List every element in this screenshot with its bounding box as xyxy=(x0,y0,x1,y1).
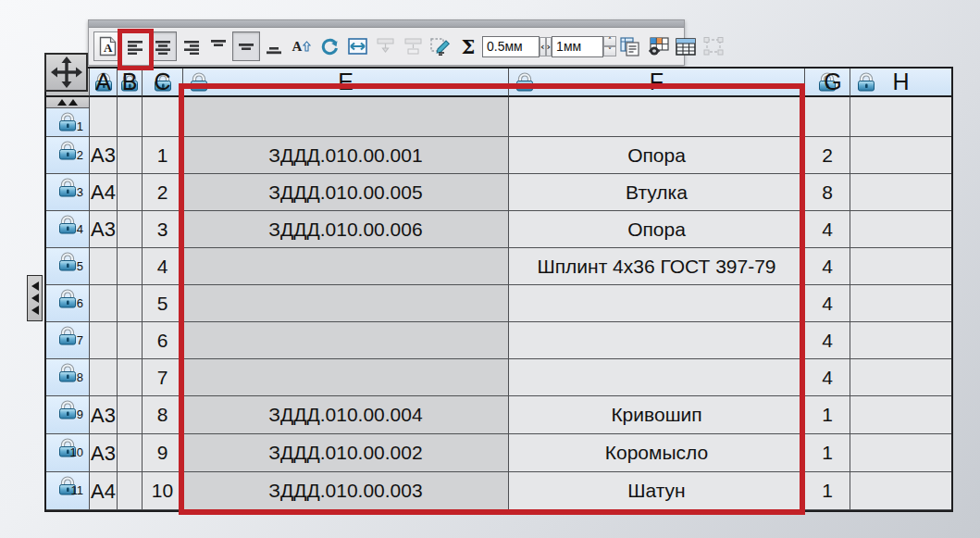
collapse-rows-tab[interactable] xyxy=(46,97,89,108)
row-handle[interactable]: 10 xyxy=(46,434,90,472)
lock-icon[interactable]: 4 xyxy=(57,215,78,234)
table-cell-c-row6[interactable]: 5 xyxy=(143,285,183,322)
table-cell-g-row11[interactable]: 1 xyxy=(805,472,850,510)
text-height-button[interactable]: A xyxy=(288,31,316,61)
valign-bottom-button[interactable] xyxy=(260,31,288,61)
column-header-a[interactable]: A xyxy=(90,69,118,97)
table-cell-g-row6[interactable]: 4 xyxy=(805,285,850,322)
table-cell-f-row2[interactable]: Опора xyxy=(509,137,805,174)
table-cell-c-row7[interactable]: 6 xyxy=(143,322,183,359)
lock-icon[interactable]: 8 xyxy=(57,363,78,382)
table-cell-b-row3[interactable] xyxy=(118,174,143,211)
table-cell-c-row11[interactable]: 10 xyxy=(143,472,183,510)
toolbar-grip[interactable] xyxy=(89,20,684,28)
table-cell-a-row7[interactable] xyxy=(90,322,118,359)
column-header-e[interactable]: E xyxy=(183,69,509,97)
row-handle[interactable]: 6 xyxy=(46,285,90,322)
table-cell-a-row3[interactable]: А4 xyxy=(90,174,118,211)
table-cell-g-row7[interactable]: 4 xyxy=(805,322,850,359)
table-cell-a-row2[interactable]: А3 xyxy=(90,137,118,174)
lock-icon[interactable]: 10 xyxy=(57,438,78,457)
row-handle[interactable]: 11 xyxy=(46,472,90,510)
table-cell-h-row6[interactable] xyxy=(850,285,951,322)
row-handle[interactable]: 5 xyxy=(46,248,90,285)
table-cell-c-row4[interactable]: 3 xyxy=(143,211,183,248)
table-header-visibility-button[interactable] xyxy=(644,31,672,61)
table-cell-g-row8[interactable]: 4 xyxy=(805,359,850,396)
row-handle[interactable]: 2 xyxy=(46,137,90,174)
insert-row-above-button[interactable] xyxy=(371,31,399,61)
fit-column-width-button[interactable] xyxy=(343,31,371,61)
column-header-g[interactable]: G xyxy=(805,69,850,97)
table-borders-button[interactable] xyxy=(672,31,700,61)
row-handle[interactable]: 8 xyxy=(46,359,90,396)
table-cell-f-row5[interactable]: Шплинт 4х36 ГОСТ 397-79 xyxy=(509,248,805,285)
table-cell-b-row4[interactable] xyxy=(118,211,143,248)
table-cell-h-row9[interactable] xyxy=(850,396,951,434)
lock-icon[interactable]: 5 xyxy=(57,252,78,271)
table-cell-g-row2[interactable]: 2 xyxy=(805,137,850,174)
table-cell-b-row9[interactable] xyxy=(118,396,143,434)
table-cell-e-row4[interactable]: ЗДДД.010.00.006 xyxy=(183,211,509,248)
table-cell-f-row9[interactable]: Кривошип xyxy=(509,396,805,434)
table-cell-a-row10[interactable]: А3 xyxy=(90,434,118,472)
column-header-b[interactable]: B xyxy=(118,69,143,97)
table-cell-f-row8[interactable] xyxy=(509,359,805,396)
table-cell-g-row1[interactable] xyxy=(805,97,850,137)
table-cell-f-row11[interactable]: Шатун xyxy=(509,472,805,510)
table-cell-b-row1[interactable] xyxy=(118,97,143,137)
table-cell-h-row1[interactable] xyxy=(850,97,951,137)
lock-icon[interactable]: 6 xyxy=(57,289,78,308)
table-cell-a-row8[interactable] xyxy=(90,359,118,396)
lock-icon[interactable]: 3 xyxy=(57,178,78,197)
table-cell-c-row8[interactable]: 7 xyxy=(143,359,183,396)
table-cell-f-row7[interactable] xyxy=(509,322,805,359)
valign-top-button[interactable] xyxy=(205,31,232,61)
table-cell-g-row10[interactable]: 1 xyxy=(805,434,850,472)
table-cell-a-row6[interactable] xyxy=(90,285,118,322)
column-header-f[interactable]: F xyxy=(509,69,805,97)
table-cell-e-row7[interactable] xyxy=(183,322,509,359)
edit-cell-button[interactable] xyxy=(427,31,454,61)
table-cell-b-row5[interactable] xyxy=(118,248,143,285)
table-cell-b-row2[interactable] xyxy=(118,137,143,174)
rotate-text-button[interactable] xyxy=(316,31,343,61)
table-cell-h-row10[interactable] xyxy=(850,434,951,472)
table-cell-c-row9[interactable]: 8 xyxy=(143,396,183,434)
table-cell-e-row1[interactable] xyxy=(183,97,509,137)
table-cell-a-row1[interactable] xyxy=(90,97,118,137)
table-cell-a-row5[interactable] xyxy=(90,248,118,285)
column-header-c[interactable]: C xyxy=(143,69,183,97)
table-cell-c-row10[interactable]: 9 xyxy=(143,434,183,472)
table-cell-e-row2[interactable]: ЗДДД.010.00.001 xyxy=(183,137,509,174)
table-cell-a-row11[interactable]: А4 xyxy=(90,472,118,510)
lock-icon[interactable]: 11 xyxy=(57,476,78,495)
cell-spacing-input[interactable] xyxy=(482,36,540,57)
table-cell-c-row2[interactable]: 1 xyxy=(143,137,183,174)
valign-middle-button[interactable] xyxy=(232,31,260,61)
table-cell-e-row3[interactable]: ЗДДД.010.00.005 xyxy=(183,174,509,211)
table-cell-b-row7[interactable] xyxy=(118,322,143,359)
lock-icon[interactable]: 2 xyxy=(57,141,78,160)
select-table-button[interactable] xyxy=(700,31,727,61)
table-cell-c-row3[interactable]: 2 xyxy=(143,174,183,211)
spinner-up-button[interactable]: ˄ xyxy=(603,36,616,46)
insert-row-below-button[interactable] xyxy=(399,31,427,61)
row-height-input[interactable] xyxy=(552,36,603,57)
table-cell-e-row10[interactable]: ЗДДД.010.00.002 xyxy=(183,434,509,472)
sum-button[interactable]: Σ xyxy=(454,31,482,61)
table-cell-c-row1[interactable] xyxy=(143,97,183,137)
table-cell-f-row10[interactable]: Коромысло xyxy=(509,434,805,472)
row-handle[interactable]: 3 xyxy=(46,174,90,211)
spinner-down-button[interactable]: ˅ xyxy=(603,46,616,56)
table-cell-b-row8[interactable] xyxy=(118,359,143,396)
column-header-h[interactable]: H xyxy=(850,69,951,97)
table-cell-a-row4[interactable]: А3 xyxy=(90,211,118,248)
table-cell-c-row5[interactable]: 4 xyxy=(143,248,183,285)
table-cell-g-row4[interactable]: 4 xyxy=(805,211,850,248)
table-cell-e-row11[interactable]: ЗДДД.010.00.003 xyxy=(183,472,509,510)
row-handle[interactable]: 9 xyxy=(46,396,90,434)
align-center-button[interactable] xyxy=(149,31,177,61)
note-format-button[interactable]: A xyxy=(93,31,121,61)
table-cell-f-row4[interactable]: Опора xyxy=(509,211,805,248)
